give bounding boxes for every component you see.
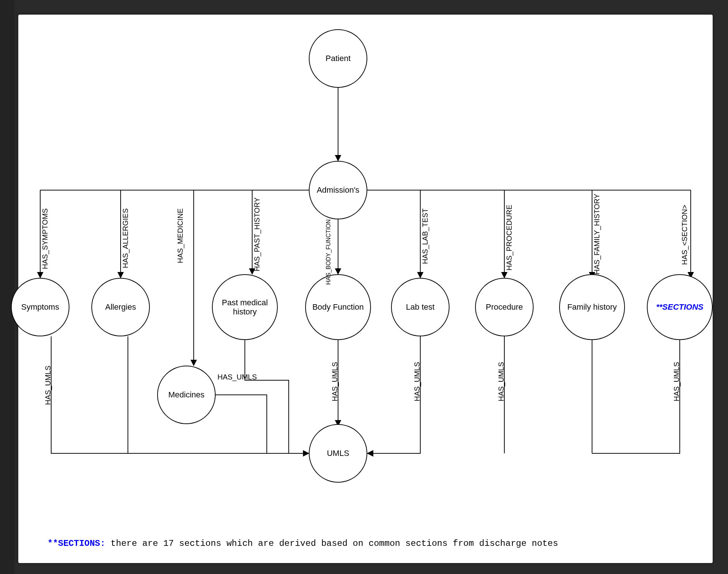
node-label: Past medical history <box>214 298 276 317</box>
edge-has-family-history: HAS_FAMILY_HISTORY <box>593 194 601 275</box>
editor-sidebar <box>0 0 15 574</box>
node-family-history: Family history <box>559 274 625 340</box>
edge-has-umls-symptoms: HAS_UMLS <box>44 366 52 405</box>
edge-has-medicine: HAS_MEDICINE <box>176 208 185 263</box>
node-label: Patient <box>326 54 351 63</box>
node-label: Symptoms <box>21 302 59 311</box>
node-label: **SECTIONS <box>656 302 704 311</box>
edge-has-lab-test: HAS_LAB_TEST <box>421 208 429 264</box>
node-sections: **SECTIONS <box>647 274 713 340</box>
node-body-function: Body Function <box>305 274 371 340</box>
node-admissions: Admission's <box>309 161 367 219</box>
footnote-text: there are 17 sections which are derived … <box>105 539 558 548</box>
edge-has-section: HAS_<SECTION> <box>680 205 689 265</box>
edge-has-umls-medicines: HAS_UMLS <box>217 373 257 381</box>
node-label: Allergies <box>105 302 136 311</box>
edge-has-umls-sections: HAS_UMLS <box>672 362 681 401</box>
node-label: Family history <box>567 302 617 311</box>
node-label: UMLS <box>327 449 349 458</box>
node-label: Admission's <box>317 185 360 195</box>
node-label: Lab test <box>406 302 435 311</box>
edge-has-umls-lab: HAS_UMLS <box>413 362 421 401</box>
node-medicines: Medicines <box>157 366 216 424</box>
node-symptoms: Symptoms <box>11 278 69 336</box>
footnote: **SECTIONS: there are 17 sections which … <box>48 539 558 548</box>
edge-has-body-function: HAS_BODY_FUNCTION <box>325 219 332 285</box>
edge-has-procedure: HAS_PROCEDURE <box>505 205 513 271</box>
node-label: Medicines <box>168 390 204 399</box>
edge-has-allergies: HAS_ALLERGIES <box>121 208 130 268</box>
node-label: Procedure <box>486 302 523 311</box>
node-lab-test: Lab test <box>391 278 450 336</box>
edge-has-past-history: HAS_PAST_HISTORY <box>253 197 261 271</box>
node-procedure: Procedure <box>475 278 534 336</box>
node-label: Body Function <box>312 302 364 311</box>
edge-has-umls-procedure: HAS_UMLS <box>497 362 505 401</box>
node-allergies: Allergies <box>91 278 150 336</box>
diagram-canvas: Patient Admission's Symptoms Allergies P… <box>18 15 713 563</box>
node-patient: Patient <box>309 29 367 88</box>
node-past-medical-history: Past medical history <box>212 274 278 340</box>
node-umls: UMLS <box>309 424 367 483</box>
footnote-lead: **SECTIONS: <box>48 539 105 548</box>
edge-has-symptoms: HAS_SYMPTOMS <box>41 208 49 269</box>
edge-has-umls-body: HAS_UMLS <box>331 362 339 401</box>
